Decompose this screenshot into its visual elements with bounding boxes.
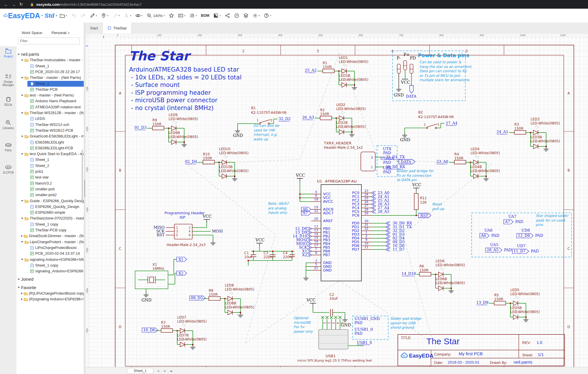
rail-item-design-manager[interactable]: Design Manager: [0, 73, 16, 87]
caret-open-icon[interactable]: [18, 287, 20, 288]
tab-thestar[interactable]: TheStar: [103, 23, 131, 34]
tree-item-sheet-1-copy[interactable]: Sheet_1 copy: [27, 263, 58, 268]
tree-item-es8266ledlight-pcb[interactable]: ES8266LEDLight-PCB: [27, 145, 73, 151]
caret-closed-icon[interactable]: [21, 298, 23, 300]
tree-item-lipochargeprotectboost[interactable]: LiPoChargeProtectBoost: [27, 245, 76, 251]
tree-item-es8266ledlight[interactable]: ES8266LEDLight: [27, 139, 64, 145]
caret-open-icon[interactable]: [21, 200, 23, 202]
tree-item-smaller-pcb[interactable]: smaller-pcb: [27, 186, 55, 192]
folder-icon[interactable]: ▾: [60, 13, 67, 18]
caret-open-icon[interactable]: [21, 153, 23, 155]
tree-item-signaling-arduino-esp8266-sim8-[interactable]: signaling Arduino+ESP8266+SIM8...: [21, 257, 84, 263]
tree-item-favorite[interactable]: Favorite: [18, 285, 36, 291]
tree-item--r-lipochargeprotectboost-copy-[interactable]: (R)LiPoChargeProtectBoost copy -...: [21, 291, 84, 296]
tree-item-thestar-instructables-master-n-[interactable]: TheStar-Instructables - master - (N...: [21, 57, 84, 63]
rail-item-jlcpcb[interactable]: JLCJLCPCB: [0, 164, 16, 174]
tree-item-thestar-ws2812b-master-neil-[interactable]: TheStar-WS2812B - master - (Neil...: [21, 110, 84, 116]
tree-item-signaling-arduino-esp8266-sim-[interactable]: signaling_Arduino+ESP8266+SIM...: [27, 268, 84, 274]
tree-item-neil-parris[interactable]: neil.parris: [18, 51, 39, 57]
caret-open-icon[interactable]: [21, 259, 23, 260]
workspace-row[interactable]: Work Space: Personal ▼: [22, 31, 70, 35]
tree-item-test-quick-start-to-easyeda-mast-[interactable]: test Quick Start to EasyEDA - mast...: [21, 151, 84, 157]
tree-item-thestar-pcb[interactable]: TheStar-PCB: [27, 87, 57, 92]
tree-item-esp82660-simple[interactable]: ESP82660-simple: [27, 210, 65, 215]
caret-open-icon[interactable]: [21, 95, 23, 96]
tree-item-lipochargeprotect-master-neil-[interactable]: LipoChargeProtect - master - (Neil ...: [21, 239, 84, 245]
isp-header[interactable]: Programming HeaderISP123456MISOSCKRSTVCC…: [150, 210, 234, 254]
tree-item-nanov3-2[interactable]: NanoV3.2: [27, 181, 52, 186]
led-unit-LED2[interactable]: 26_A3R2150RLED2LED-White(0805)LED2BLED-W…: [302, 103, 374, 143]
drag-tool-icon[interactable]: ▾: [124, 13, 131, 18]
help-icon[interactable]: ▾: [264, 13, 271, 18]
chevron-down-icon[interactable]: ▼: [55, 14, 58, 17]
caret-open-icon[interactable]: [21, 241, 23, 243]
workspace-value[interactable]: Personal: [52, 31, 66, 35]
place-pin-icon[interactable]: ▾: [101, 13, 109, 18]
filter-input[interactable]: [18, 38, 80, 44]
chevron-down-icon[interactable]: ▼: [68, 32, 70, 35]
tree-item-thestar-pcb-copy[interactable]: TheStar-PCB copy: [27, 227, 66, 233]
canvas-attr-icon[interactable]: ▾: [178, 13, 186, 18]
url-bar[interactable]: easyeda.com/editor#id=13bf16ef68674ac2a0…: [36, 2, 142, 7]
caret-open-icon[interactable]: [21, 59, 23, 61]
tab-start[interactable]: Start: [85, 23, 103, 34]
tree-item-greatscott-dimmer-master-neil-[interactable]: GreatScott-Dimmer - master - (Neil...: [21, 233, 84, 239]
rail-item-libraries[interactable]: Libraries: [0, 120, 16, 130]
settings-gear-icon[interactable]: ▾: [253, 13, 260, 18]
panel-scrollbar[interactable]: [82, 150, 83, 202]
sheet-tab[interactable]: Sheet_1: [127, 368, 153, 374]
tree-item-atmega328p-rotation-test[interactable]: ATMEGA328P-rotation-test: [27, 104, 81, 110]
led-unit-LED5[interactable]: 13_D9R5150RLED5LED-White(0805)LED5BLED-W…: [476, 288, 548, 328]
caret-open-icon[interactable]: [21, 112, 23, 114]
redo-icon[interactable]: [81, 13, 86, 18]
easyeda-logo[interactable]: EasyEDA · Std ▼: [3, 12, 58, 20]
tree-item-thestar-master-neil-parris-[interactable]: TheStar - master - (Neil Parris): [21, 75, 81, 81]
tree-item-thestar-ws212-sch[interactable]: TheStar-WS212-sch: [27, 122, 69, 128]
caret-open-icon[interactable]: [21, 77, 23, 79]
ic-U1[interactable]: U1ATMEGA328P-AU4VCC6VCC18AVCC19ADC6A622A…: [283, 173, 445, 297]
tree-item-sheet-2[interactable]: Sheet_2: [27, 163, 49, 169]
layers-icon[interactable]: [243, 13, 249, 18]
led-unit-LED1[interactable]: 25_A2R1150RLED1LED-White(0805)LED1BLED-W…: [305, 55, 377, 96]
tree-item-esp8266-quickly-design[interactable]: ESP8266_Quickly_Design: [27, 204, 79, 210]
button-unit-B1[interactable]: B1K2-1107ST-A4SW-061232_D2GND: [246, 103, 313, 141]
caret-open-icon[interactable]: [18, 279, 20, 280]
tree-item--r-signaling-arduino-esp8266-si-[interactable]: (R)signaling Arduino+ESP8266+SI...: [21, 296, 84, 302]
rail-item-parts[interactable]: LCSCParts: [0, 142, 16, 152]
tree-item-leds[interactable]: LEDS: [27, 116, 45, 122]
caret-open-icon[interactable]: [21, 136, 23, 137]
button-unit-B2[interactable]: B2K2-1107ST-A4SW-062127_A4GND: [413, 108, 480, 145]
zoom-icon[interactable]: 140%▾: [147, 13, 165, 18]
pencil-icon[interactable]: ▾: [90, 13, 97, 18]
caret-open-icon[interactable]: [21, 218, 23, 219]
decoupling-caps[interactable]: VCCC110uFC3220nFC4220nF: [237, 237, 306, 280]
led-unit-LED4[interactable]: 23_A0R4150RLED4LED-White(0805)LED4BLED-W…: [436, 147, 509, 187]
tree-item-thestar-clone-07022020-master-[interactable]: TheStar(clone-07022020) - master ...: [21, 215, 84, 221]
power-data-pins-box[interactable]: P-1GNDP+1VCCPD1DATA: [393, 51, 465, 101]
schematic-canvas[interactable]: The Star Arduino/ATMEGA328 based LED sta…: [89, 38, 588, 367]
caret-open-icon[interactable]: [18, 54, 20, 55]
share-icon[interactable]: [225, 13, 230, 18]
usb-connector[interactable]: 12345USB1_0USB1micro 5P5.9Long leg1.25 0…: [294, 313, 375, 364]
undo-icon[interactable]: [71, 13, 76, 18]
tree-item-smaller-pcb2[interactable]: smaller-pcb2: [27, 192, 57, 198]
rail-item-eelib[interactable]: EELib: [0, 96, 16, 106]
led-unit-LED10[interactable]: 02_D4R10150RLED10LED-White(0805)LED10BLE…: [185, 147, 257, 187]
tree-item-arduino-nano-playboard[interactable]: Arduino Nano Playboard: [27, 98, 76, 104]
sheet-down-icon[interactable]: ∨: [164, 369, 166, 373]
tree-item-sheet-1-copy[interactable]: Sheet_1 copy: [27, 222, 58, 227]
tree-item-sheet-1[interactable]: Sheet_1: [27, 157, 49, 163]
tree-item-test-star[interactable]: test-star: [27, 174, 49, 180]
caret-closed-icon[interactable]: [21, 292, 23, 295]
caret-closed-icon[interactable]: [21, 235, 23, 237]
reload-icon[interactable]: ↻: [17, 2, 25, 7]
view-eye-icon[interactable]: ▾: [135, 13, 143, 18]
crystal-X1[interactable]: X116MHzX1X2GND: [135, 253, 204, 304]
txrx-pad-bridge-box[interactable]: UTXPADUDATAPADURXPADDATA: [377, 146, 397, 176]
star-check-icon[interactable]: [169, 13, 174, 18]
add-sheet-button[interactable]: +: [170, 369, 173, 373]
history-icon[interactable]: [234, 13, 239, 18]
tree-item-joined[interactable]: Joined: [18, 276, 33, 282]
tree-item-pcb-2020-03-29-22-28-17[interactable]: PCB_2020-03-29 22:28:17: [27, 69, 80, 75]
back-icon[interactable]: ←: [2, 2, 10, 7]
